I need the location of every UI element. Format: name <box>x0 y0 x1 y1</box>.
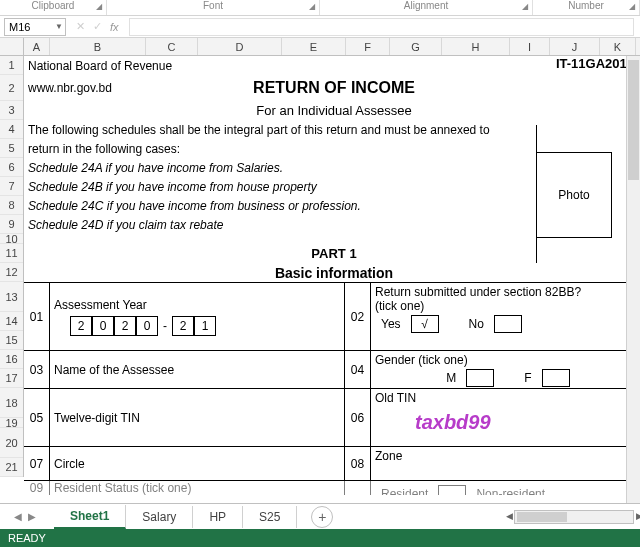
row-header[interactable]: 1 <box>0 56 23 75</box>
option-resident-box[interactable] <box>438 485 466 495</box>
row-header[interactable]: 10 <box>0 234 23 244</box>
row-header[interactable]: 11 <box>0 244 23 263</box>
row-header[interactable]: 6 <box>0 158 23 177</box>
ribbon-group-clipboard: Clipboard◢ <box>0 0 107 15</box>
horizontal-scrollbar[interactable]: ◀▶ <box>514 510 634 524</box>
field-label: Resident Status (tick one) <box>54 481 191 495</box>
vertical-scrollbar[interactable] <box>626 56 640 503</box>
ribbon-group-labels: Clipboard◢ Font◢ Alignment◢ Number◢ <box>0 0 640 16</box>
field-old-tin: Old TIN taxbd99 <box>371 389 640 446</box>
option-f-label: F <box>518 371 537 385</box>
option-nonresident-label: Non-resident <box>470 487 551 495</box>
field-name-assessee: Name of the Assessee <box>50 351 345 388</box>
row-header[interactable]: 20 <box>0 428 23 458</box>
field-number: 07 <box>24 447 50 480</box>
row-header[interactable]: 13 <box>0 282 23 312</box>
year-digit[interactable]: 2 <box>114 316 136 336</box>
option-no-box[interactable] <box>494 315 522 333</box>
row-header[interactable]: 4 <box>0 120 23 139</box>
option-yes-box[interactable]: √ <box>411 315 439 333</box>
tab-s25[interactable]: S25 <box>243 506 297 528</box>
year-digit[interactable]: 1 <box>194 316 216 336</box>
row-header[interactable]: 12 <box>0 263 23 282</box>
scrollbar-thumb[interactable] <box>517 512 567 522</box>
row-header[interactable]: 3 <box>0 101 23 120</box>
col-header[interactable]: J <box>550 38 600 55</box>
tab-hp[interactable]: HP <box>193 506 243 528</box>
field-label: (tick one) <box>375 299 424 313</box>
field-label: Zone <box>375 449 402 463</box>
ribbon-group-number: Number◢ <box>533 0 640 15</box>
tab-sheet1[interactable]: Sheet1 <box>54 505 126 529</box>
field-label: Circle <box>54 457 85 471</box>
col-header[interactable]: F <box>346 38 390 55</box>
part-title: PART 1 <box>28 246 640 261</box>
option-no-label: No <box>463 317 490 331</box>
row-header[interactable]: 17 <box>0 369 23 388</box>
chevron-down-icon[interactable]: ▼ <box>55 22 65 31</box>
col-header[interactable]: D <box>198 38 282 55</box>
name-box[interactable]: M16 ▼ <box>4 18 66 36</box>
row-header[interactable]: 2 <box>0 75 23 101</box>
schedule-text: Schedule 24C if you have income from bus… <box>28 199 361 213</box>
field-number: 03 <box>24 351 50 388</box>
ribbon-group-font: Font◢ <box>107 0 320 15</box>
col-header[interactable]: G <box>390 38 442 55</box>
col-header[interactable]: B <box>50 38 146 55</box>
nav-next-icon: ▶ <box>28 511 36 522</box>
schedule-text: Schedule 24B if you have income from hou… <box>28 180 317 194</box>
field-82bb: Return submitted under section 82BB? (ti… <box>371 283 640 350</box>
row-header[interactable]: 21 <box>0 458 23 477</box>
option-resident-label: Resident <box>375 487 434 495</box>
cell-row: www.nbr.gov.bd RETURN OF INCOME <box>24 75 640 101</box>
cell-row: The following schedules shall be the int… <box>24 120 640 139</box>
field-label: Gender (tick one) <box>375 353 468 367</box>
name-box-value: M16 <box>9 21 30 33</box>
row-header[interactable]: 15 <box>0 331 23 350</box>
field-assessment-year: Assessment Year 2 0 2 0 - 2 1 <box>50 283 345 350</box>
field-label: Twelve-digit TIN <box>54 411 140 425</box>
year-digit[interactable]: 2 <box>172 316 194 336</box>
cell-row: Basic information <box>24 263 640 282</box>
row-header[interactable]: 8 <box>0 196 23 215</box>
field-label: Assessment Year <box>54 298 147 312</box>
field-number: 04 <box>345 351 371 388</box>
field-tin: Twelve-digit TIN <box>50 389 345 446</box>
col-header[interactable]: C <box>146 38 198 55</box>
page-subtitle: For an Individual Assessee <box>28 103 640 118</box>
watermark-text: taxbd99 <box>375 405 491 434</box>
row-header[interactable]: 7 <box>0 177 23 196</box>
year-digit[interactable]: 0 <box>136 316 158 336</box>
row-header[interactable]: 5 <box>0 139 23 158</box>
row-header[interactable]: 18 <box>0 388 23 418</box>
form-code: IT-11GA2016 <box>556 56 634 71</box>
cancel-icon: ✕ <box>76 20 85 33</box>
field-circle: Circle <box>50 447 345 480</box>
formula-bar-row: M16 ▼ ✕ ✓ fx <box>0 16 640 38</box>
formula-bar[interactable] <box>129 18 634 36</box>
option-m-box[interactable] <box>466 369 494 387</box>
tab-nav[interactable]: ◀▶ <box>14 511 54 522</box>
col-header[interactable]: A <box>24 38 50 55</box>
tab-salary[interactable]: Salary <box>126 506 193 528</box>
option-f-box[interactable] <box>542 369 570 387</box>
field-zone: Zone <box>371 447 640 480</box>
add-sheet-button[interactable]: + <box>311 506 333 528</box>
org-url: www.nbr.gov.bd <box>28 81 112 95</box>
field-number: 09 <box>24 481 50 495</box>
schedule-text: Schedule 24A if you have income from Sal… <box>28 161 283 175</box>
field-label: Name of the Assessee <box>54 363 174 377</box>
col-header[interactable]: H <box>442 38 510 55</box>
row-header[interactable]: 19 <box>0 418 23 428</box>
col-header[interactable]: E <box>282 38 346 55</box>
row-header[interactable]: 14 <box>0 312 23 331</box>
col-header[interactable]: I <box>510 38 550 55</box>
col-header[interactable]: K <box>600 38 636 55</box>
row-header[interactable]: 9 <box>0 215 23 234</box>
fx-icon[interactable]: fx <box>110 21 119 33</box>
row-header[interactable]: 16 <box>0 350 23 369</box>
scrollbar-thumb[interactable] <box>628 60 639 180</box>
year-digit[interactable]: 0 <box>92 316 114 336</box>
field-gender: Gender (tick one) M F <box>371 351 640 388</box>
year-digit[interactable]: 2 <box>70 316 92 336</box>
